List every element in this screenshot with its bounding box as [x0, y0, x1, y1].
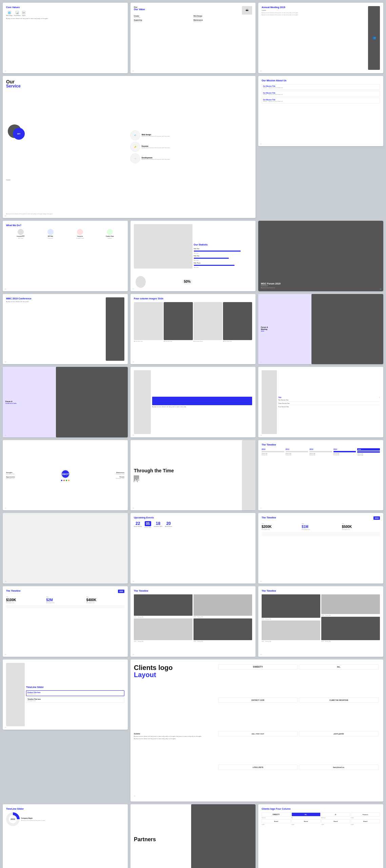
- event-num-22: 22: [136, 521, 140, 526]
- icon-web-design: 🌐 Web Design: [6, 11, 13, 16]
- tl-slider-title: TimeLine Slider: [26, 686, 124, 688]
- service-right: 💎 Web design A peep at some distant orb …: [130, 79, 252, 215]
- tl-item-2010: 2010 History title History title: [262, 448, 284, 456]
- tl-money2-lines: [6, 605, 124, 609]
- wwd-img-3: [77, 229, 83, 235]
- event-20: 20 Annual Event: [165, 521, 172, 528]
- our-value-image: 🕶: [242, 6, 252, 15]
- swot-t-desc: Description here: [116, 478, 124, 479]
- vbar-2: [135, 475, 135, 481]
- event-desc-18: Innovation 2019: [154, 526, 162, 527]
- money2-desc-2m: Description text: [46, 602, 84, 604]
- page-num-16: 16: [133, 507, 134, 509]
- page-num-6: 06: [5, 288, 6, 290]
- money-row-1: Title $200K Description text Title $1M D…: [262, 523, 380, 530]
- tl-photo2-right: 2018 - History title 2019 - History titl…: [321, 594, 380, 642]
- tl-slider2-text: Company Begin A peep at some distant orb…: [21, 817, 124, 821]
- tl-photo2-img-2: [262, 620, 320, 640]
- swot-dot-3: [66, 480, 67, 481]
- wwd-img-1: [18, 229, 24, 235]
- vbar-7: [138, 475, 138, 479]
- money2-label-400k: Title: [86, 596, 124, 598]
- page-num-20: 20: [260, 580, 262, 582]
- slide-empty-gray: 18: [3, 513, 128, 584]
- mgc-subtitle: Conference: [261, 285, 268, 287]
- clients-col2-logo2: Brand: [291, 819, 321, 823]
- through-time-text: Through the Time: [134, 468, 239, 473]
- icon-layout-label: Layout: [22, 15, 26, 16]
- wwd-desc-4: Endless: [108, 238, 112, 239]
- page-num-19: 19: [133, 580, 134, 582]
- stat-right: Our Statistic Title One Title desc Title…: [194, 224, 252, 288]
- tl-photo-img-4: [194, 618, 252, 640]
- clients-col4-label1: Label: [351, 817, 380, 818]
- wwd-desc-2: Low price: [48, 238, 53, 239]
- what-we-do-title: What We Do?: [6, 224, 124, 226]
- event-num-18: 18: [156, 521, 160, 526]
- swot-o-desc: Description here: [6, 478, 15, 479]
- clients-col-2: nc. Nc. Brand Label: [291, 812, 321, 825]
- keynote-text: Keynote A peep at some distant orb has p…: [142, 145, 170, 149]
- partners-main-left: Partners: [130, 804, 191, 868]
- swot-o-label: Opportunities: [6, 476, 15, 478]
- money2-item-2m: Title $2M Description text: [46, 596, 84, 604]
- slide-through-time: Through the Time 16: [130, 440, 256, 511]
- clients-subtitle-desc2: A peep at some distant orb has power to …: [134, 738, 214, 740]
- clients-logo-left: Clients logo Layout Subtitle A peep at s…: [134, 663, 214, 798]
- tl-money-header: The Timeline 2019: [262, 516, 380, 520]
- clients-four-col-grid: SWEETY Sweety Brand Label nc. Nc. Brand …: [262, 812, 380, 825]
- generic-blue-block: [152, 397, 252, 405]
- slide-core-values: Core Values 🌐 Web Design 📊 Presentation …: [3, 3, 128, 73]
- swot-threats: Threats Description here: [116, 476, 124, 479]
- clients-col-1: SWEETY Sweety Brand Label: [262, 812, 291, 825]
- money-val-1m: $1M: [302, 525, 340, 529]
- page-num-7: 07: [133, 288, 134, 290]
- vbar-5: [137, 475, 137, 480]
- tl-money2-year: 2009: [118, 590, 124, 593]
- service-row-3: Four Service One: [278, 406, 380, 408]
- wwd-item-4: Creative Open Endless: [95, 229, 124, 239]
- four-col-img-4: [223, 302, 252, 340]
- stat-title-1: Title One: [194, 248, 252, 250]
- annual-meeting-title: Annual Meeting 2019: [262, 6, 367, 8]
- swot-dot-2: [63, 480, 65, 481]
- services-image: [262, 370, 277, 434]
- slide-timeline-slider: TimeLine Slider Product Title here Descr…: [3, 659, 128, 730]
- wwd-label-4: Creative Open: [106, 236, 114, 237]
- tl-slider2-year: 2012: [11, 818, 15, 820]
- icon-web-label: Web Design: [6, 15, 13, 16]
- page-num-21: 21: [5, 654, 6, 655]
- tl-photo-year-4: 2012 - History title: [194, 641, 252, 642]
- clients-subtitle-desc: A peep at some distant orb has power to …: [134, 735, 214, 737]
- clients-col3-logo2: Brand: [321, 819, 350, 823]
- service-circles: PPT: [6, 123, 30, 146]
- tl-photo2-content: 2012 - History title 2017 - History titl…: [262, 594, 380, 642]
- tl-micro-2015: History title: [357, 455, 380, 456]
- slide-conference2: Forum & Meeting 2019. 11: [258, 294, 383, 364]
- money2-val-100k: $100K: [6, 598, 44, 602]
- money-desc-200k: Description text: [262, 529, 300, 530]
- service-row-2-label: Three Service One: [278, 402, 380, 404]
- wwd-img-4: [107, 229, 113, 235]
- money-val-500k: $500K: [342, 525, 380, 529]
- money-label-500k: Title: [342, 523, 380, 525]
- service-row-1: Test Service One: [278, 399, 380, 401]
- money2-row: Title $100K Description text Title $2M D…: [6, 596, 124, 604]
- value-maintenance: MaintenanceSome text here: [194, 19, 252, 22]
- page-num-25: 25: [134, 795, 214, 797]
- clients-subtitle-label: Subtitle: [134, 733, 214, 735]
- service-development: ☁️ Development A peep at some distant or…: [130, 153, 252, 163]
- clients-col2-label1: Nc.: [291, 817, 321, 818]
- tl-photo-content: 2012 - History title 2011 - History titl…: [134, 594, 252, 642]
- tl-photo-img-3: [194, 594, 252, 616]
- tl-photo-year-1: 2012 - History title: [134, 616, 192, 618]
- services-content: Title 1 Test Service One Three Service O…: [278, 370, 380, 434]
- clients-col2-logo1: nc.: [291, 812, 321, 816]
- tl-money2-title: The Timeline: [6, 590, 21, 592]
- slide-our-service: Our Service PPT Subtitle A peep at some …: [3, 76, 256, 218]
- our-value-header: Our Our Value 🕶: [134, 6, 252, 15]
- four-col-label-1: Alt text desc one: [134, 341, 163, 342]
- service-powerpoint-circle: PPT: [13, 128, 25, 140]
- page-num-11: 11: [260, 361, 262, 363]
- service-desc: A peep at some distant orb has power to …: [6, 213, 128, 215]
